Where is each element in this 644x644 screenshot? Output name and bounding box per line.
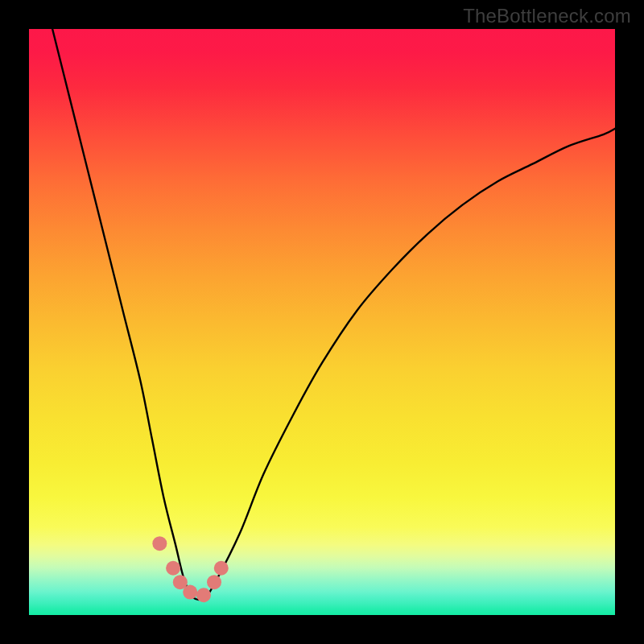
bottleneck-curve <box>52 29 615 600</box>
dot-5 <box>196 588 211 602</box>
dot-6 <box>207 575 221 589</box>
dot-1 <box>152 536 167 551</box>
dot-7 <box>214 561 229 576</box>
plot-area <box>29 29 615 615</box>
watermark-text: TheBottleneck.com <box>463 5 631 27</box>
dot-4 <box>183 585 197 600</box>
chart-frame: TheBottleneck.com <box>0 0 644 644</box>
dot-2 <box>166 561 180 576</box>
curve-layer <box>29 29 615 615</box>
